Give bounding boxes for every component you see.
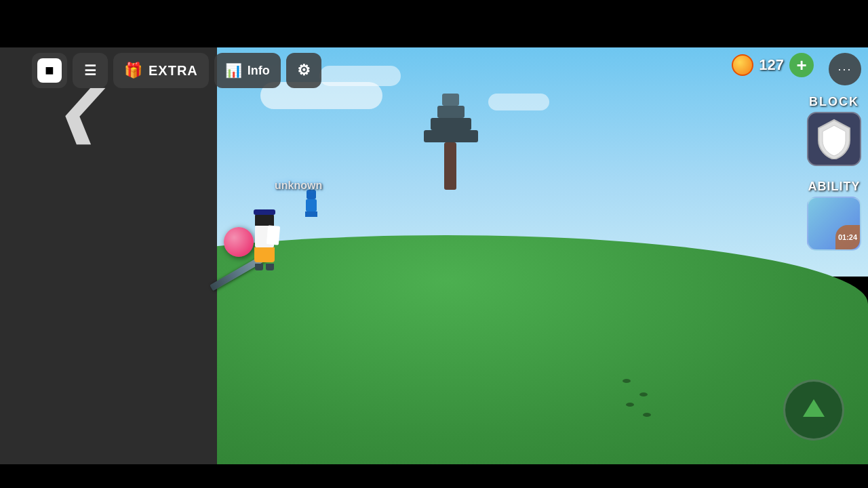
- game-container: unknown: [0, 0, 868, 488]
- shield-icon: [816, 119, 852, 159]
- block-label: BLOCK: [809, 95, 859, 109]
- footprint: [623, 379, 631, 383]
- coin-row: 127 +: [732, 53, 814, 77]
- enemy-character: [305, 190, 317, 217]
- jump-button[interactable]: [783, 380, 844, 441]
- footprint: [639, 392, 648, 396]
- chat-icon: ☰: [84, 62, 96, 79]
- svg-marker-0: [803, 399, 825, 417]
- footprint: [626, 403, 634, 407]
- ability-timer: 01:24: [835, 225, 860, 249]
- up-arrow-icon: [799, 395, 829, 425]
- roblox-icon: ■: [37, 58, 62, 83]
- main-character: [254, 214, 275, 270]
- add-coins-button[interactable]: +: [789, 53, 814, 77]
- settings-button[interactable]: ⚙: [286, 53, 321, 88]
- gear-icon: ⚙: [297, 62, 311, 79]
- ability-section: ABILITY 01:24: [807, 180, 861, 251]
- black-bar-bottom: [0, 464, 868, 488]
- chat-button[interactable]: ☰: [73, 53, 108, 88]
- info-label: Info: [248, 64, 270, 78]
- pink-ball: [224, 227, 254, 257]
- footprint: [643, 413, 651, 417]
- roblox-logo-text: ■: [45, 62, 54, 79]
- ability-label: ABILITY: [808, 180, 861, 194]
- black-bar-top: [0, 0, 868, 47]
- gift-icon: 🎁: [124, 62, 143, 79]
- extra-button[interactable]: 🎁 EXTRA: [113, 53, 209, 88]
- ability-button[interactable]: 01:24: [807, 197, 861, 251]
- roblox-button[interactable]: ■: [32, 53, 67, 88]
- block-button[interactable]: [807, 112, 861, 166]
- block-section: BLOCK: [807, 95, 861, 166]
- chart-icon: 📊: [225, 62, 242, 79]
- left-panel: ❮: [0, 47, 217, 464]
- coin-icon: [732, 54, 753, 76]
- more-button[interactable]: ···: [829, 53, 861, 85]
- unknown-label: unknown: [275, 180, 322, 192]
- coin-count: 127: [759, 56, 784, 74]
- extra-label: EXTRA: [149, 63, 198, 79]
- more-dots-icon: ···: [837, 62, 852, 77]
- info-button[interactable]: 📊 Info: [214, 53, 281, 88]
- cloud: [488, 94, 549, 110]
